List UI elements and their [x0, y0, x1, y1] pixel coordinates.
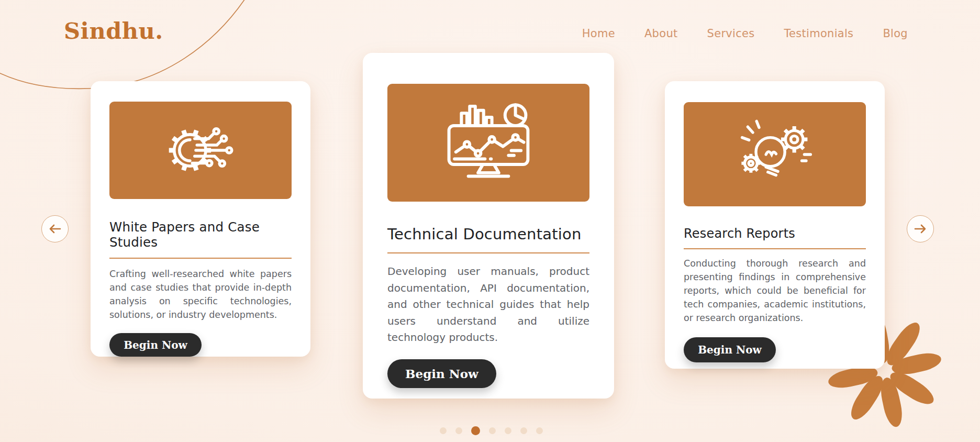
nav-link-home[interactable]: Home: [582, 27, 615, 40]
arrow-right-icon: [914, 224, 927, 234]
begin-now-button[interactable]: Begin Now: [684, 337, 776, 362]
brand-logo[interactable]: Sindhu.: [64, 18, 163, 44]
nav-link-testimonials[interactable]: Testimonials: [784, 27, 853, 40]
card-media-block: [684, 102, 866, 206]
card-divider: [109, 258, 292, 259]
circuit-gear-icon: [159, 115, 242, 185]
card-description: Conducting thorough research and present…: [684, 257, 866, 325]
carousel-dot-3[interactable]: [471, 426, 480, 435]
card-title: Technical Documentation: [387, 225, 589, 243]
carousel-dot-2[interactable]: [455, 427, 462, 434]
service-card-white-papers: White Papers and Case Studies Crafting w…: [91, 81, 310, 357]
monitor-analytics-icon: [428, 98, 549, 188]
main-navigation: Home About Services Testimonials Blog: [582, 27, 908, 40]
service-card-research-reports: Research Reports Conducting thorough res…: [665, 81, 885, 369]
card-divider: [387, 252, 589, 253]
carousel-dot-5[interactable]: [505, 427, 511, 434]
card-media-block: [109, 102, 292, 199]
carousel-dot-6[interactable]: [520, 427, 527, 434]
service-card-technical-documentation: Technical Documentation Developing user …: [363, 53, 614, 399]
card-description: Crafting well-researched white papers an…: [109, 267, 292, 322]
carousel-dot-1[interactable]: [440, 427, 447, 434]
begin-now-button[interactable]: Begin Now: [387, 359, 496, 388]
services-carousel-page: Sindhu. Home About Services Testimonials…: [0, 0, 980, 442]
nav-link-about[interactable]: About: [644, 27, 678, 40]
begin-now-button[interactable]: Begin Now: [109, 333, 202, 357]
arrow-left-icon: [49, 224, 61, 234]
carousel-prev-button[interactable]: [41, 215, 69, 242]
carousel-next-button[interactable]: [907, 215, 934, 242]
carousel-dot-4[interactable]: [489, 427, 496, 434]
card-media-block: [387, 84, 589, 202]
card-description: Developing user manuals, product documen…: [387, 263, 589, 346]
card-divider: [684, 248, 866, 249]
card-title: White Papers and Case Studies: [109, 219, 292, 250]
nav-link-blog[interactable]: Blog: [883, 27, 908, 40]
nav-link-services[interactable]: Services: [707, 27, 755, 40]
idea-gears-icon: [734, 117, 816, 192]
card-title: Research Reports: [684, 226, 866, 241]
carousel-dot-7[interactable]: [536, 427, 543, 434]
carousel-dots: [440, 426, 543, 435]
